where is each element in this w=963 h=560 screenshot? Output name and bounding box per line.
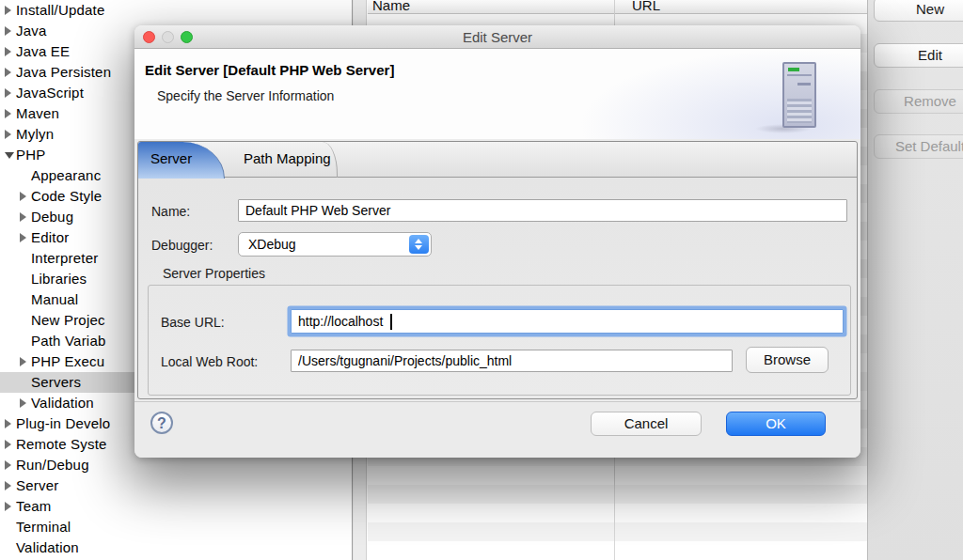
tree-item-label: Server bbox=[16, 475, 58, 496]
tree-item-label: Validation bbox=[16, 537, 79, 558]
tree-item-label: Maven bbox=[16, 103, 59, 124]
tree-item-server[interactable]: Server bbox=[0, 475, 352, 496]
disclosure-triangle-icon[interactable] bbox=[5, 152, 14, 159]
text-cursor bbox=[390, 314, 392, 330]
ok-button[interactable]: OK bbox=[726, 412, 826, 436]
tree-item-label: PHP Execu bbox=[31, 351, 104, 372]
table-header: Name URL bbox=[368, 0, 867, 14]
tree-item-label: Java Persisten bbox=[16, 62, 111, 83]
server-tower-icon bbox=[782, 62, 816, 128]
dialog-header: Edit Server [Default PHP Web Server] Spe… bbox=[134, 49, 860, 139]
tree-item-label: Remote Syste bbox=[16, 434, 107, 455]
tree-item-label: Mylyn bbox=[16, 124, 54, 145]
disclosure-triangle-icon[interactable] bbox=[5, 419, 11, 428]
name-label: Name: bbox=[151, 204, 190, 219]
tree-item-team[interactable]: Team bbox=[0, 496, 352, 517]
zoom-button[interactable] bbox=[181, 31, 193, 43]
tab-strip: Server Path Mapping bbox=[138, 142, 857, 178]
tree-item-label: JavaScript bbox=[16, 83, 84, 103]
help-icon[interactable]: ? bbox=[150, 412, 173, 434]
tree-item-terminal[interactable]: Terminal bbox=[0, 517, 352, 537]
tree-item-label: Interpreter bbox=[31, 248, 98, 269]
edit-button[interactable]: Edit bbox=[874, 43, 963, 68]
tree-item-label: Editor bbox=[31, 227, 69, 248]
tree-item-validation[interactable]: Validation bbox=[0, 537, 352, 558]
name-input[interactable] bbox=[238, 199, 847, 222]
tab-folder: Server Path Mapping Name: Debugger: XDeb… bbox=[137, 141, 858, 399]
disclosure-triangle-icon[interactable] bbox=[5, 440, 11, 449]
new-button[interactable]: New bbox=[874, 0, 963, 22]
select-stepper-icon bbox=[409, 235, 429, 254]
tree-item-label: Libraries bbox=[31, 269, 87, 289]
debugger-label: Debugger: bbox=[151, 238, 213, 253]
tree-item-label: Install/Update bbox=[16, 0, 105, 21]
disclosure-triangle-icon[interactable] bbox=[5, 6, 11, 15]
close-button[interactable] bbox=[143, 31, 155, 43]
tree-item-label: Terminal bbox=[16, 517, 71, 537]
tree-item-label: Team bbox=[16, 496, 51, 517]
tree-item-label: Java EE bbox=[16, 41, 70, 62]
column-header-name[interactable]: Name bbox=[372, 0, 410, 13]
disclosure-triangle-icon[interactable] bbox=[20, 212, 26, 222]
disclosure-triangle-icon[interactable] bbox=[5, 88, 11, 98]
disclosure-triangle-icon[interactable] bbox=[5, 109, 11, 118]
column-header-url[interactable]: URL bbox=[632, 0, 660, 13]
tree-item-label: Code Style bbox=[31, 186, 102, 207]
remove-button: Remove bbox=[874, 89, 963, 114]
tab-server[interactable]: Server bbox=[138, 142, 225, 179]
disclosure-triangle-icon[interactable] bbox=[5, 68, 11, 77]
server-actions-panel: NewEditRemoveSet Default bbox=[867, 0, 963, 560]
disclosure-triangle-icon[interactable] bbox=[20, 357, 26, 366]
disclosure-triangle-icon[interactable] bbox=[5, 481, 11, 490]
disclosure-triangle-icon[interactable] bbox=[5, 47, 11, 56]
disclosure-triangle-icon[interactable] bbox=[5, 130, 11, 139]
base-url-input[interactable] bbox=[291, 309, 844, 334]
tree-item-label: Run/Debug bbox=[16, 455, 89, 475]
dialog-title: Edit Server bbox=[134, 25, 860, 49]
tree-item-label: Appearanc bbox=[31, 165, 101, 186]
browse-button[interactable]: Browse bbox=[746, 347, 829, 373]
disclosure-triangle-icon[interactable] bbox=[5, 502, 11, 511]
disclosure-triangle-icon[interactable] bbox=[5, 26, 11, 36]
tree-item-label: Path Variab bbox=[31, 331, 105, 351]
cancel-button[interactable]: Cancel bbox=[591, 412, 702, 436]
header-tint bbox=[578, 49, 860, 139]
dialog-titlebar[interactable]: Edit Server bbox=[134, 25, 860, 49]
tree-item-run-debug[interactable]: Run/Debug bbox=[0, 455, 352, 475]
debugger-selected-value: XDebug bbox=[248, 237, 296, 252]
dialog-header-title: Edit Server [Default PHP Web Server] bbox=[145, 62, 394, 78]
set-default-button: Set Default bbox=[874, 134, 963, 159]
edit-server-dialog: Edit Server Edit Server [Default PHP Web… bbox=[134, 25, 860, 458]
tree-item-label: PHP bbox=[16, 145, 45, 165]
minimize-button bbox=[162, 31, 174, 43]
server-properties-group-box bbox=[148, 285, 851, 396]
tab-path-mapping[interactable]: Path Mapping bbox=[225, 142, 338, 178]
base-url-label: Base URL: bbox=[161, 315, 225, 330]
dialog-header-subtitle: Specify the Server Information bbox=[157, 88, 334, 103]
dialog-footer: ? Cancel OK bbox=[134, 401, 860, 458]
disclosure-triangle-icon[interactable] bbox=[5, 460, 11, 470]
disclosure-triangle-icon[interactable] bbox=[20, 233, 26, 242]
disclosure-triangle-icon[interactable] bbox=[20, 398, 26, 408]
tree-item-label: Debug bbox=[31, 207, 73, 227]
tree-item-label: Validation bbox=[31, 393, 94, 413]
tree-item-label: Servers bbox=[31, 372, 81, 393]
server-properties-group-label: Server Properties bbox=[163, 266, 265, 281]
tree-item-label: Manual bbox=[31, 289, 78, 310]
web-root-label: Local Web Root: bbox=[161, 354, 258, 369]
tree-item-label: Java bbox=[16, 21, 47, 41]
web-root-input[interactable] bbox=[291, 350, 733, 372]
disclosure-triangle-icon[interactable] bbox=[20, 192, 26, 201]
debugger-select[interactable]: XDebug bbox=[238, 232, 432, 257]
tree-item-label: Plug-in Develo bbox=[16, 413, 110, 434]
tree-item-install-update[interactable]: Install/Update bbox=[0, 0, 352, 21]
tree-item-label: New Projec bbox=[31, 310, 105, 331]
